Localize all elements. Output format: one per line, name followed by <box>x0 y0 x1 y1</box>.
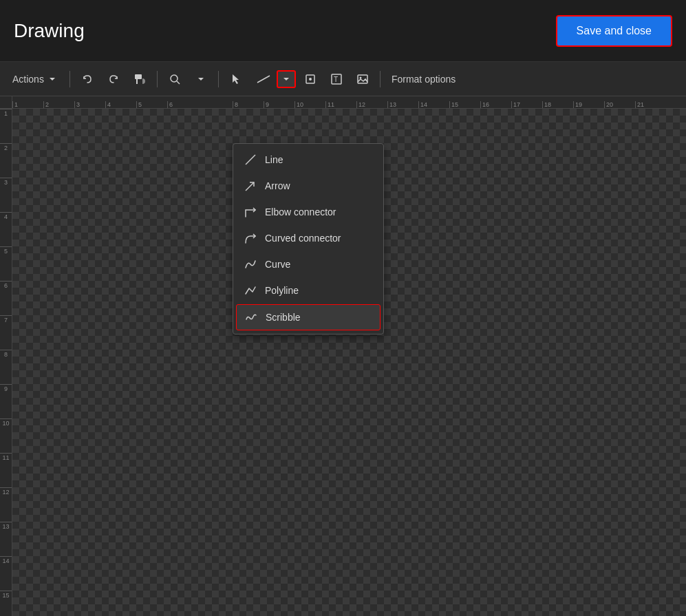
svg-point-10 <box>359 76 361 78</box>
actions-menu-button[interactable]: Actions <box>7 69 64 89</box>
curved-connector-menu-item[interactable]: Curved connector <box>233 225 383 251</box>
svg-rect-1 <box>136 79 138 84</box>
actions-label: Actions <box>12 74 44 85</box>
svg-line-3 <box>177 81 180 84</box>
line-type-dropdown: Line Arrow Elbow conne <box>233 143 384 334</box>
svg-rect-0 <box>135 74 142 79</box>
format-options-button[interactable]: Format options <box>386 70 461 89</box>
image-icon <box>356 73 369 85</box>
svg-line-11 <box>246 155 255 164</box>
ruler-v-tick: 1 <box>0 109 12 143</box>
undo-icon <box>81 73 94 85</box>
ruler-v-tick: 12 <box>0 487 12 522</box>
curved-connector-icon <box>244 232 257 244</box>
ruler-h-tick: 3 <box>74 101 105 108</box>
svg-text:T: T <box>334 76 338 83</box>
ruler-v-tick: 11 <box>0 453 12 487</box>
ruler-v-tick: 15 <box>0 591 12 616</box>
ruler-h-tick: 10 <box>294 101 325 108</box>
line-dropdown-chevron-icon <box>282 75 290 83</box>
ruler-v-tick: 2 <box>0 143 12 178</box>
ruler-v-tick: 7 <box>0 315 12 350</box>
separator-4 <box>380 71 380 87</box>
separator-3 <box>218 71 219 87</box>
select-tool-button[interactable] <box>224 69 248 89</box>
svg-point-2 <box>171 75 178 82</box>
zoom-dropdown-button[interactable] <box>189 69 213 89</box>
canvas-area[interactable]: Line Arrow Elbow conne <box>12 109 686 616</box>
line-tool-button[interactable] <box>250 69 277 89</box>
chevron-down-icon <box>46 73 58 85</box>
elbow-menu-item[interactable]: Elbow connector <box>233 199 383 225</box>
ruler-v-tick: 13 <box>0 522 12 556</box>
ruler-h-tick: 8 <box>233 101 264 108</box>
line-tool-group <box>250 69 296 89</box>
text-tool-button[interactable]: T <box>325 69 348 89</box>
polyline-icon <box>244 284 257 297</box>
save-close-button[interactable]: Save and close <box>556 15 672 47</box>
redo-button[interactable] <box>102 69 125 89</box>
zoom-icon <box>169 73 181 85</box>
elbow-icon <box>244 206 257 218</box>
ruler-v-tick: 8 <box>0 350 12 384</box>
image-tool-button[interactable] <box>351 69 374 89</box>
ruler-h-tick: 14 <box>418 101 449 108</box>
ruler-row: 12345689101112131415161718192021 <box>0 96 686 109</box>
paint-format-button[interactable] <box>128 69 151 89</box>
scribble-icon <box>245 311 257 323</box>
zoom-button[interactable] <box>163 69 186 89</box>
ruler-h-tick: 11 <box>325 101 356 108</box>
separator-2 <box>157 71 158 87</box>
ruler-v-tick: 3 <box>0 178 12 212</box>
ruler-v-tick: 6 <box>0 281 12 315</box>
ruler-vertical: 123456789101112131415 <box>0 109 12 616</box>
svg-line-12 <box>246 182 254 191</box>
line-menu-item[interactable]: Line <box>233 147 383 173</box>
paint-format-icon <box>133 73 146 85</box>
toolbar: Actions <box>0 62 686 96</box>
svg-line-4 <box>257 76 270 83</box>
curve-menu-item[interactable]: Curve <box>233 251 383 277</box>
line-tool-dropdown-button[interactable] <box>277 70 296 88</box>
ruler-h-tick: 2 <box>43 101 74 108</box>
ruler-h-tick: 9 <box>264 101 294 108</box>
line-icon <box>244 153 257 166</box>
ruler-h-tick: 19 <box>573 101 604 108</box>
text-icon: T <box>330 73 343 85</box>
pointer-icon <box>230 73 242 85</box>
separator-1 <box>69 71 70 87</box>
ruler-v-tick: 9 <box>0 384 12 418</box>
ruler-v-tick: 14 <box>0 556 12 591</box>
polyline-menu-item[interactable]: Polyline <box>233 277 383 304</box>
ruler-v-tick: 10 <box>0 418 12 453</box>
ruler-h-tick: 21 <box>635 101 666 108</box>
ruler-h-tick: 1 <box>12 101 43 108</box>
ruler-h-tick: 20 <box>604 101 635 108</box>
ruler-corner <box>0 96 12 109</box>
zoom-chevron-icon <box>195 73 207 85</box>
curve-icon <box>244 258 257 270</box>
ruler-h-tick: 16 <box>480 101 511 108</box>
shape-tool-button[interactable] <box>299 69 322 89</box>
ruler-h-tick: 12 <box>356 101 387 108</box>
ruler-h-tick: 15 <box>449 101 480 108</box>
scribble-menu-item[interactable]: Scribble <box>236 304 380 330</box>
arrow-icon <box>244 180 257 192</box>
svg-point-6 <box>309 78 312 81</box>
undo-button[interactable] <box>76 69 99 89</box>
redo-icon <box>107 73 120 85</box>
line-diagonal-icon <box>256 73 271 85</box>
ruler-h-tick: 6 <box>167 101 198 108</box>
shape-icon <box>304 73 317 85</box>
ruler-h-tick: 4 <box>105 101 136 108</box>
ruler-v-tick: 4 <box>0 212 12 246</box>
ruler-h-tick: 17 <box>511 101 542 108</box>
canvas-wrapper: 123456789101112131415 Line <box>0 109 686 616</box>
app-title: Drawing <box>14 20 85 42</box>
arrow-menu-item[interactable]: Arrow <box>233 173 383 199</box>
ruler-h-tick: 18 <box>542 101 573 108</box>
ruler-v-tick: 5 <box>0 246 12 281</box>
ruler-h-tick: 13 <box>387 101 418 108</box>
ruler-horizontal: 12345689101112131415161718192021 <box>12 96 686 109</box>
header: Drawing Save and close <box>0 0 686 62</box>
